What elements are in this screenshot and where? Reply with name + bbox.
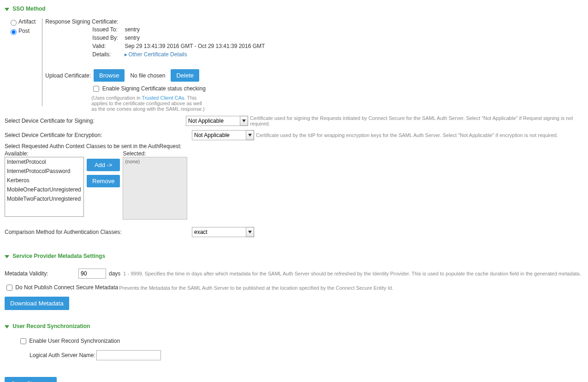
logical-auth-server-input[interactable] bbox=[96, 350, 161, 360]
delete-button[interactable]: Delete bbox=[171, 69, 199, 82]
download-metadata-button[interactable]: Download Metadata bbox=[5, 297, 69, 310]
available-label: Available: bbox=[5, 150, 84, 157]
section-sp-metadata-label: Service Provider Metadata Settings bbox=[12, 253, 105, 259]
list-item[interactable]: InternetProtocol bbox=[5, 157, 83, 167]
issued-by-label: Issued By: bbox=[89, 34, 121, 42]
details-label: Details: bbox=[89, 51, 121, 58]
list-item[interactable]: InternetProtocolPassword bbox=[5, 167, 83, 176]
svg-marker-0 bbox=[5, 8, 9, 11]
chevron-down-icon bbox=[5, 323, 9, 329]
section-user-sync[interactable]: User Record Synchronization bbox=[5, 323, 583, 329]
valid-value: Sep 29 13:41:39 2016 GMT - Oct 29 13:41:… bbox=[122, 42, 267, 50]
enable-signing-checkbox[interactable] bbox=[93, 86, 99, 92]
authn-context-label: Select Requested Authn Context Classes t… bbox=[5, 143, 583, 149]
section-sso-method[interactable]: SSO Method bbox=[5, 6, 583, 12]
browse-button[interactable]: Browse bbox=[94, 69, 125, 82]
chevron-down-icon bbox=[5, 6, 9, 12]
list-item[interactable]: MobileOneFactorUnregistered bbox=[5, 185, 83, 194]
add-button[interactable]: Add -> bbox=[87, 159, 120, 171]
encryption-cert-select[interactable]: Not Applicable bbox=[192, 130, 246, 140]
save-changes-button[interactable]: Save Changes bbox=[5, 377, 57, 382]
svg-marker-1 bbox=[242, 119, 246, 122]
valid-label: Valid: bbox=[89, 42, 121, 50]
do-not-publish-label[interactable]: Do Not Publish Connect Secure Metadata bbox=[5, 283, 118, 292]
comparison-method-label: Comparison Method for Authentication Cla… bbox=[5, 229, 192, 235]
other-cert-details-link[interactable]: Other Certificate Details bbox=[128, 51, 187, 58]
comparison-method-select[interactable]: exact bbox=[192, 227, 246, 237]
svg-marker-3 bbox=[248, 231, 252, 233]
selected-listbox[interactable]: (none) bbox=[123, 157, 187, 220]
response-signing-cert-header: Response Signing Certificate: bbox=[45, 18, 583, 25]
available-listbox[interactable]: InternetProtocol InternetProtocolPasswor… bbox=[5, 157, 84, 217]
svg-marker-4 bbox=[5, 255, 9, 258]
upload-cert-label: Upload Certificate: bbox=[45, 72, 91, 79]
radio-post[interactable] bbox=[11, 29, 17, 35]
radio-artifact[interactable] bbox=[11, 20, 17, 26]
signing-cert-label: Select Device Certificate for Signing: bbox=[5, 118, 186, 124]
issued-by-value: sentry bbox=[122, 34, 267, 42]
enable-signing-label[interactable]: Enable Signing Certificate status checki… bbox=[91, 85, 205, 92]
signing-cert-select[interactable]: Not Applicable bbox=[186, 116, 240, 126]
days-label: days bbox=[109, 270, 120, 277]
svg-marker-2 bbox=[248, 134, 252, 137]
dropdown-icon[interactable] bbox=[246, 130, 254, 140]
triangle-right-icon: ▸ bbox=[125, 51, 127, 58]
signing-cert-help: Certificate used for signing the Request… bbox=[250, 115, 583, 126]
radio-post-label[interactable]: Post bbox=[8, 28, 36, 35]
section-user-sync-label: User Record Synchronization bbox=[12, 323, 90, 329]
logical-auth-server-label: Logical Auth Server Name: bbox=[30, 352, 95, 358]
issued-to-label: Issued To: bbox=[89, 26, 121, 33]
enable-user-sync-label[interactable]: Enable User Record Synchronization bbox=[18, 338, 120, 344]
section-sso-method-label: SSO Method bbox=[12, 6, 45, 12]
remove-button[interactable]: Remove bbox=[87, 175, 120, 187]
metadata-validity-help: 1 - 9999. Specifies the time in days aft… bbox=[123, 271, 581, 276]
encryption-cert-help: Certificate used by the IdP for wrapping… bbox=[256, 132, 558, 138]
list-item[interactable]: Kerberos bbox=[5, 176, 83, 185]
chevron-down-icon bbox=[5, 253, 9, 259]
do-not-publish-help: Prevents the Metadata for the SAML Auth … bbox=[119, 285, 393, 291]
issued-to-value: sentry bbox=[122, 26, 267, 33]
trusted-client-ca-hint: (Uses configuration in Trusted Client CA… bbox=[91, 95, 207, 112]
trusted-client-ca-link[interactable]: Trusted Client CAs bbox=[142, 95, 184, 101]
no-file-chosen: No file chosen bbox=[130, 72, 165, 79]
enable-user-sync-checkbox[interactable] bbox=[20, 338, 26, 344]
dropdown-icon[interactable] bbox=[240, 116, 248, 126]
do-not-publish-checkbox[interactable] bbox=[6, 285, 12, 291]
selected-label: Selected: bbox=[123, 150, 187, 157]
metadata-validity-label: Metadata Validity: bbox=[5, 270, 78, 277]
section-sp-metadata[interactable]: Service Provider Metadata Settings bbox=[5, 253, 583, 259]
dropdown-icon[interactable] bbox=[246, 227, 254, 237]
svg-marker-5 bbox=[5, 325, 9, 328]
list-item[interactable]: MobileTwoFactorUnregistered bbox=[5, 194, 83, 203]
metadata-validity-input[interactable] bbox=[78, 269, 106, 279]
encryption-cert-label: Select Device Certificate for Encryption… bbox=[5, 132, 192, 138]
radio-artifact-label[interactable]: Artifact bbox=[8, 18, 36, 26]
